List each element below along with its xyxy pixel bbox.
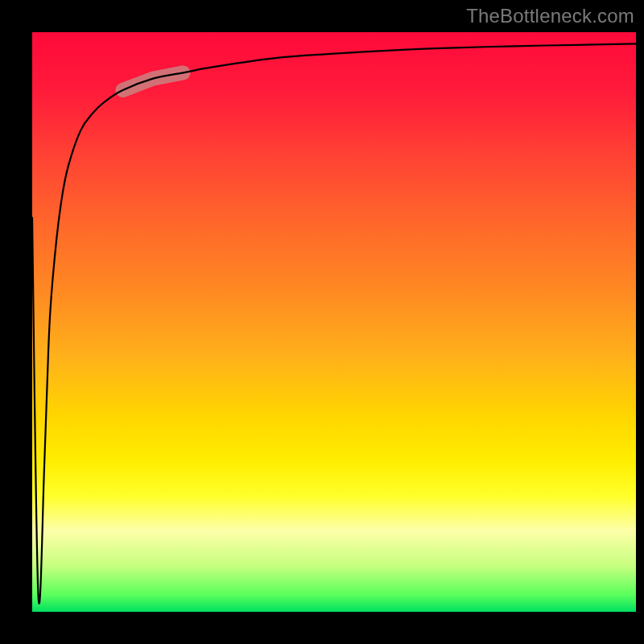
chart-frame: TheBottleneck.com	[0, 0, 644, 644]
curve-svg	[32, 32, 636, 612]
bottleneck-curve	[32, 43, 636, 603]
plot-area	[32, 32, 636, 612]
highlight-segment	[123, 72, 184, 90]
watermark-text: TheBottleneck.com	[466, 5, 634, 27]
